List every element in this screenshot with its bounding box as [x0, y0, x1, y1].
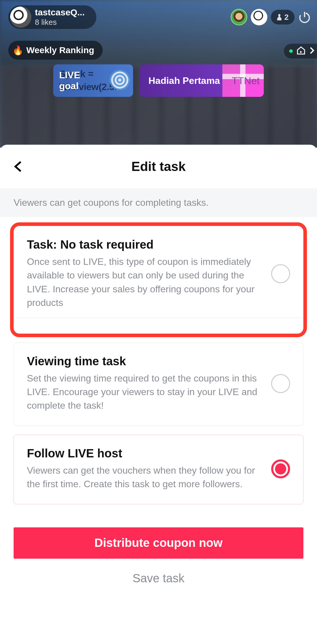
live-goal-badge[interactable]: Spark = Wnxview(2.5. LIVE goal — [53, 64, 133, 97]
task-option-desc: Once sent to LIVE, this type of coupon i… — [27, 255, 263, 310]
viewer-avatar-1[interactable] — [231, 9, 247, 25]
task-option-title: Task: No task required — [27, 238, 263, 251]
live-goal-line2: goal — [59, 81, 80, 92]
edit-task-sheet: Edit task Viewers can get coupons for co… — [0, 145, 317, 598]
task-option-title: Follow LIVE host — [27, 447, 263, 460]
task-option-title: Viewing time task — [27, 355, 263, 368]
distribute-coupon-button[interactable]: Distribute coupon now — [14, 527, 303, 559]
task-option-desc: Set the viewing time required to get the… — [27, 371, 263, 413]
task-option-radio[interactable] — [271, 374, 290, 393]
sheet-title: Edit task — [0, 159, 317, 174]
task-option-card[interactable]: Follow LIVE hostViewers can get the vouc… — [14, 435, 303, 504]
hadiah-label: Hadiah Pertama — [148, 75, 220, 86]
host-info-pill[interactable]: tastcaseQ... 8 likes — [8, 5, 96, 29]
task-option-card[interactable]: Task: No task requiredOnce sent to LIVE,… — [14, 226, 303, 334]
ttnet-watermark: TTNet — [232, 75, 260, 87]
sheet-header: Edit task — [0, 145, 317, 188]
power-icon[interactable] — [298, 11, 311, 24]
task-option-radio[interactable] — [271, 264, 290, 283]
viewer-count-pill[interactable]: 2 — [271, 10, 295, 25]
fire-icon: 🔥 — [12, 45, 23, 56]
task-option-desc: Viewers can get the vouchers when they f… — [27, 464, 263, 491]
chevron-right-icon — [309, 46, 315, 56]
home-live-icon — [296, 46, 306, 56]
target-icon — [109, 70, 130, 90]
back-button[interactable] — [12, 160, 25, 173]
task-option-card[interactable]: Viewing time taskSet the viewing time re… — [14, 343, 303, 426]
live-home-widget[interactable] — [284, 44, 317, 58]
live-badges: Spark = Wnxview(2.5. LIVE goal Hadiah Pe… — [53, 64, 264, 97]
host-username: tastcaseQ... — [35, 7, 85, 18]
live-goal-line1: LIVE — [59, 70, 80, 81]
viewer-count-value: 2 — [284, 13, 289, 22]
weekly-ranking-label: Weekly Ranking — [26, 45, 94, 55]
top-right-controls: 2 — [231, 9, 311, 25]
hadiah-badge[interactable]: Hadiah Pertama TTNet — [140, 64, 264, 97]
task-options: Task: No task requiredOnce sent to LIVE,… — [0, 217, 317, 504]
task-option-radio[interactable] — [271, 459, 290, 478]
host-likes: 8 likes — [35, 18, 85, 27]
online-dot-icon — [289, 49, 293, 53]
save-task-button[interactable]: Save task — [0, 559, 317, 598]
weekly-ranking-pill[interactable]: 🔥 Weekly Ranking — [8, 41, 103, 60]
sheet-notice: Viewers can get coupons for completing t… — [0, 188, 317, 217]
host-avatar — [10, 6, 31, 28]
viewer-avatar-2[interactable] — [251, 9, 267, 25]
person-icon — [277, 14, 282, 20]
